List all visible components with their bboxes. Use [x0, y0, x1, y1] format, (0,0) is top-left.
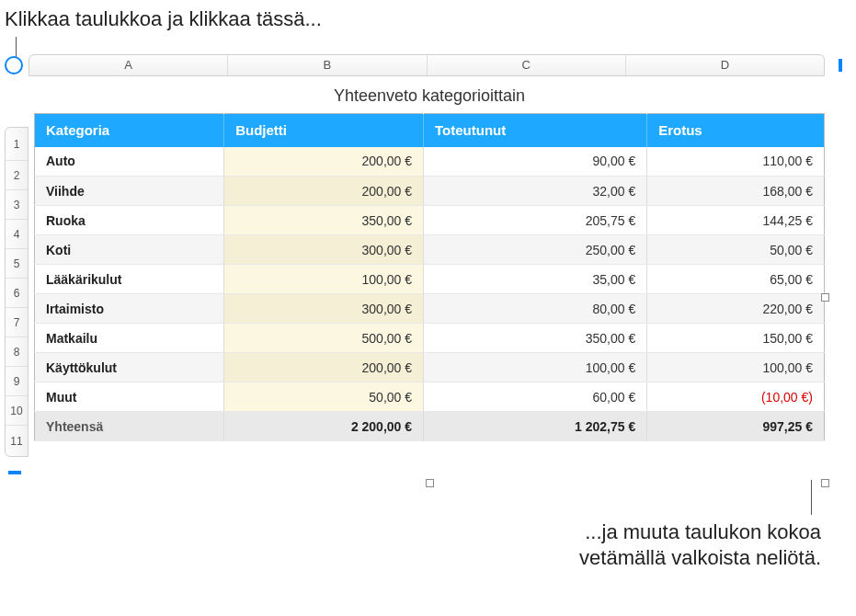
cell-diff[interactable]: 168,00 €	[647, 177, 825, 206]
cell-budget[interactable]: 300,00 €	[224, 294, 424, 324]
rows-icon	[8, 471, 21, 474]
row-header-4[interactable]: 4	[6, 220, 28, 249]
cell-total-label[interactable]: Yhteensä	[35, 412, 224, 441]
table-row[interactable]: Matkailu500,00 €350,00 €150,00 €	[35, 324, 825, 353]
row-header-6[interactable]: 6	[6, 279, 28, 308]
cell-actual[interactable]: 100,00 €	[424, 353, 647, 382]
table-row[interactable]: Käyttökulut200,00 €100,00 €100,00 €	[35, 353, 825, 382]
cell-category[interactable]: Irtaimisto	[35, 294, 224, 324]
cell-category[interactable]: Matkailu	[35, 324, 224, 353]
cell-actual[interactable]: 350,00 €	[424, 324, 647, 353]
header-budget[interactable]: Budjetti	[224, 114, 424, 147]
table-row[interactable]: Lääkärikulut100,00 €35,00 €65,00 €	[35, 265, 825, 294]
column-header-a[interactable]: A	[29, 55, 228, 75]
table-title[interactable]: Yhteenveto kategorioittain	[34, 86, 825, 113]
cell-category[interactable]: Viihde	[35, 177, 224, 206]
cell-actual[interactable]: 205,75 €	[424, 206, 647, 235]
cell-budget[interactable]: 200,00 €	[224, 353, 424, 382]
cell-category[interactable]: Muut	[35, 382, 224, 412]
row-header-1[interactable]: 1	[6, 128, 28, 161]
cell-diff[interactable]: 65,00 €	[647, 265, 825, 294]
row-header-8[interactable]: 8	[6, 337, 28, 367]
cell-actual[interactable]: 80,00 €	[424, 294, 647, 324]
cell-diff[interactable]: (10,00 €)	[647, 382, 825, 412]
row-header-9[interactable]: 9	[6, 367, 28, 396]
column-header-c[interactable]: C	[428, 55, 626, 75]
callout-top-text: Klikkaa taulukkoa ja klikkaa tässä...	[5, 7, 322, 31]
resize-handle-bottom[interactable]	[426, 479, 434, 487]
cell-budget[interactable]: 100,00 €	[224, 265, 424, 294]
cell-diff[interactable]: 110,00 €	[647, 147, 825, 177]
cell-category[interactable]: Lääkärikulut	[35, 265, 224, 294]
table-header-row: Kategoria Budjetti Toteutunut Erotus	[35, 114, 825, 147]
spreadsheet-area: A B C D 1 2 3 4 5 6 7 8 9 10 11	[5, 53, 850, 483]
row-header-7[interactable]: 7	[6, 308, 28, 337]
table-row[interactable]: Auto200,00 €90,00 €110,00 €	[35, 147, 825, 177]
row-header-5[interactable]: 5	[6, 249, 28, 279]
row-header-2[interactable]: 2	[6, 161, 28, 190]
cell-actual[interactable]: 32,00 €	[424, 177, 647, 206]
table-row[interactable]: Koti300,00 €250,00 €50,00 €	[35, 235, 825, 265]
cell-diff[interactable]: 100,00 €	[647, 353, 825, 382]
cell-category[interactable]: Käyttökulut	[35, 353, 224, 382]
callout-bottom-leader-line	[811, 480, 812, 515]
cell-diff[interactable]: 220,00 €	[647, 294, 825, 324]
add-row-handle[interactable]	[5, 462, 25, 483]
data-table[interactable]: Kategoria Budjetti Toteutunut Erotus Aut…	[34, 113, 825, 441]
row-header-3[interactable]: 3	[6, 190, 28, 220]
column-header-b[interactable]: B	[228, 55, 427, 75]
row-header-11[interactable]: 11	[6, 426, 28, 456]
cell-diff[interactable]: 50,00 €	[647, 235, 825, 265]
header-actual[interactable]: Toteutunut	[424, 114, 647, 147]
cell-total-actual[interactable]: 1 202,75 €	[424, 412, 647, 441]
columns-icon	[839, 59, 842, 72]
table-row[interactable]: Viihde200,00 €32,00 €168,00 €	[35, 177, 825, 206]
cell-actual[interactable]: 35,00 €	[424, 265, 647, 294]
row-headers: 1 2 3 4 5 6 7 8 9 10 11	[5, 127, 29, 457]
resize-handle-corner[interactable]	[821, 479, 829, 487]
add-column-handle[interactable]	[830, 55, 850, 75]
row-header-10[interactable]: 10	[6, 396, 28, 426]
cell-budget[interactable]: 200,00 €	[224, 177, 424, 206]
header-diff[interactable]: Erotus	[647, 114, 825, 147]
cell-category[interactable]: Auto	[35, 147, 224, 177]
callout-bottom-text: ...ja muuta taulukon kokoa vetämällä val…	[579, 519, 821, 572]
header-category[interactable]: Kategoria	[35, 114, 224, 147]
table-container[interactable]: Yhteenveto kategorioittain Kategoria Bud…	[34, 86, 825, 483]
cell-diff[interactable]: 150,00 €	[647, 324, 825, 353]
cell-total-budget[interactable]: 2 200,00 €	[224, 412, 424, 441]
cell-budget[interactable]: 200,00 €	[224, 147, 424, 177]
resize-handle-right[interactable]	[821, 293, 829, 302]
cell-category[interactable]: Koti	[35, 235, 224, 265]
table-row[interactable]: Irtaimisto300,00 €80,00 €220,00 €	[35, 294, 825, 324]
column-header-row: A B C D	[5, 53, 850, 77]
cell-actual[interactable]: 60,00 €	[424, 382, 647, 412]
cell-actual[interactable]: 250,00 €	[424, 235, 647, 265]
cell-budget[interactable]: 500,00 €	[224, 324, 424, 353]
column-header-d[interactable]: D	[626, 55, 824, 75]
cell-budget[interactable]: 350,00 €	[224, 206, 424, 235]
column-headers: A B C D	[29, 54, 825, 76]
cell-budget[interactable]: 300,00 €	[224, 235, 424, 265]
cell-diff[interactable]: 144,25 €	[647, 206, 825, 235]
table-row[interactable]: Ruoka350,00 €205,75 €144,25 €	[35, 206, 825, 235]
table-total-row[interactable]: Yhteensä2 200,00 €1 202,75 €997,25 €	[35, 412, 825, 441]
table-row[interactable]: Muut50,00 €60,00 €(10,00 €)	[35, 382, 825, 412]
cell-total-diff[interactable]: 997,25 €	[647, 412, 825, 441]
cell-budget[interactable]: 50,00 €	[224, 382, 424, 412]
cell-category[interactable]: Ruoka	[35, 206, 224, 235]
cell-actual[interactable]: 90,00 €	[424, 147, 647, 177]
select-all-handle[interactable]	[5, 56, 23, 74]
